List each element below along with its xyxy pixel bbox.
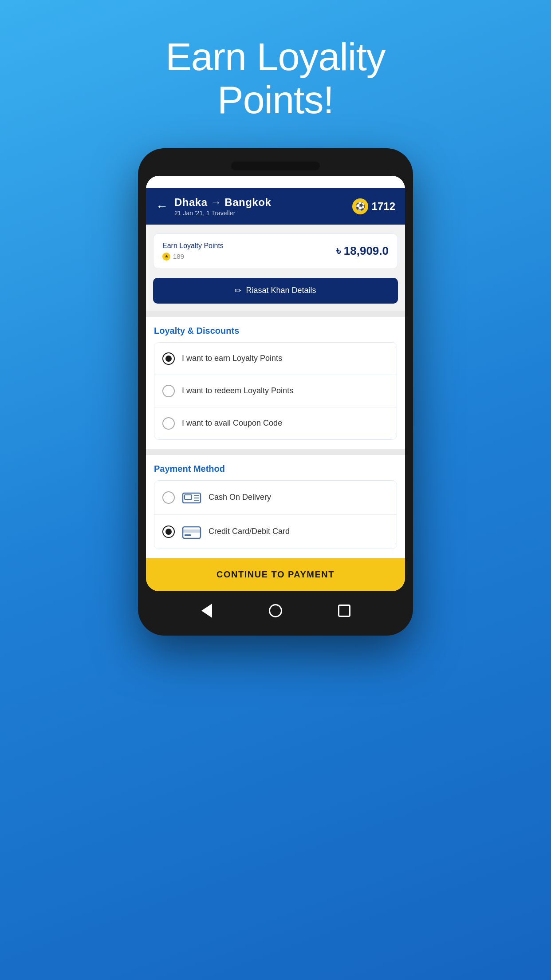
radio-option-cod[interactable]: Cash On Delivery: [154, 481, 397, 515]
loyalty-card-price: ৳ 18,909.0: [336, 244, 389, 258]
radio-label-coupon: I want to avail Coupon Code: [182, 419, 282, 428]
radio-label-cod: Cash On Delivery: [209, 493, 271, 502]
radio-option-earn[interactable]: I want to earn Loyalty Points: [154, 343, 397, 375]
svg-rect-1: [185, 495, 192, 499]
back-button[interactable]: ←: [156, 200, 168, 213]
loyalty-card: Earn Loyalty Points ★ 189 ৳ 18,909.0: [153, 233, 398, 269]
radio-circle-cod: [162, 491, 175, 504]
loyalty-points-count: 189: [173, 253, 184, 260]
nav-header: ← Dhaka → Bangkok 21 Jan '21, 1 Travelle…: [146, 188, 405, 225]
radio-inner-earn: [165, 356, 172, 362]
points-badge: ⚽ 1712: [352, 198, 395, 214]
radio-label-redeem: I want to redeem Loyalty Points: [182, 386, 293, 395]
home-nav-button[interactable]: [268, 603, 283, 619]
continue-button[interactable]: CONTINUE TO PAYMENT: [146, 558, 405, 591]
details-button[interactable]: ✏ Riasat Khan Details: [153, 278, 398, 304]
pencil-icon: ✏: [235, 286, 241, 296]
details-button-label: Riasat Khan Details: [246, 286, 316, 295]
back-nav-button[interactable]: [199, 603, 215, 619]
loyalty-card-label: Earn Loyalty Points: [162, 242, 224, 250]
radio-option-card[interactable]: Credit Card/Debit Card: [154, 515, 397, 549]
phone-device: ← Dhaka → Bangkok 21 Jan '21, 1 Travelle…: [138, 148, 413, 636]
svg-rect-7: [185, 534, 191, 536]
radio-circle-redeem: [162, 385, 175, 397]
home-nav-icon: [269, 604, 282, 617]
radio-circle-card: [162, 526, 175, 538]
section-divider-2: [146, 449, 405, 455]
card-icon: [182, 525, 201, 539]
recent-nav-button[interactable]: [336, 603, 352, 619]
svg-rect-6: [183, 530, 201, 533]
route-text: Dhaka → Bangkok: [174, 196, 271, 209]
loyalty-radio-group: I want to earn Loyalty Points I want to …: [154, 342, 397, 440]
phone-top-bar: [231, 162, 320, 170]
radio-inner-card: [165, 529, 172, 535]
radio-option-redeem[interactable]: I want to redeem Loyalty Points: [154, 375, 397, 407]
loyalty-section: Loyalty & Discounts I want to earn Loyal…: [146, 317, 405, 449]
coin-icon: ⚽: [352, 198, 368, 214]
payment-radio-group: Cash On Delivery Credit Card/Debit Card: [154, 480, 397, 549]
points-value: 1712: [372, 200, 395, 213]
recent-nav-icon: [338, 605, 350, 617]
back-nav-icon: [201, 604, 212, 618]
radio-label-card: Credit Card/Debit Card: [209, 527, 290, 536]
radio-label-earn: I want to earn Loyalty Points: [182, 354, 282, 363]
cash-icon: [182, 490, 201, 505]
loyalty-section-title: Loyalty & Discounts: [154, 326, 397, 336]
small-coin-icon: ★: [162, 253, 170, 261]
route-sub: 21 Jan '21, 1 Traveller: [174, 209, 271, 217]
payment-section: Payment Method Cash On Deliv: [146, 455, 405, 558]
screen-top: [146, 176, 405, 188]
page-title: Earn Loyality Points!: [165, 36, 386, 122]
radio-circle-earn: [162, 352, 175, 365]
section-divider-1: [146, 311, 405, 317]
phone-bottom-nav: [146, 595, 405, 627]
radio-circle-coupon: [162, 417, 175, 430]
radio-option-coupon[interactable]: I want to avail Coupon Code: [154, 407, 397, 439]
payment-section-title: Payment Method: [154, 464, 397, 474]
phone-screen: ← Dhaka → Bangkok 21 Jan '21, 1 Travelle…: [146, 176, 405, 591]
